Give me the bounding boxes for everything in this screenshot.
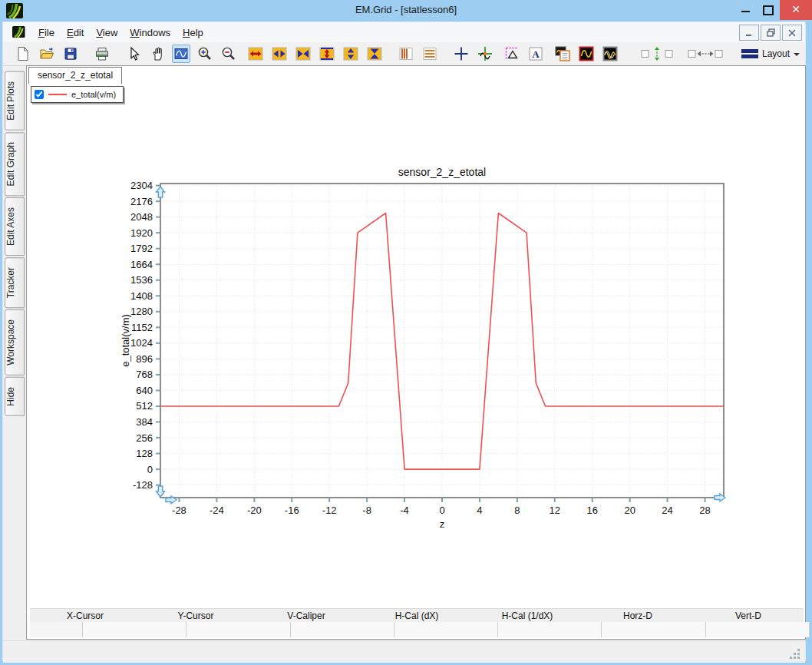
mdi-restore-button[interactable]	[761, 25, 781, 41]
y-tick-label: 1664	[130, 259, 153, 270]
vertical-markers-icon[interactable]	[397, 45, 415, 63]
readout-value-row	[30, 622, 810, 637]
menu-item-view[interactable]: View	[90, 25, 124, 41]
stretch-x-icon[interactable]	[270, 45, 289, 63]
readout-header-x-cursor: X-Cursor	[30, 610, 140, 621]
close-button[interactable]: ✕	[780, 0, 812, 20]
y-tick-label: 1408	[130, 290, 153, 302]
single-trace-icon[interactable]	[577, 45, 596, 63]
menu-item-windows[interactable]: Windows	[124, 25, 177, 41]
crosshair-icon[interactable]	[452, 45, 470, 63]
app-logo-icon-small	[12, 25, 26, 38]
title-bar: EM.Grid - [statlesson6] ✕	[0, 0, 812, 22]
zoom-out-icon[interactable]	[220, 45, 238, 63]
x-tick-label: 0	[439, 505, 444, 516]
y-tick-label: 2048	[130, 211, 153, 223]
y-tick-label: 512	[136, 400, 153, 412]
shrink-y-icon[interactable]	[365, 45, 384, 63]
y-tick-label: 2304	[130, 180, 153, 191]
mdi-close-button[interactable]	[782, 25, 802, 41]
pan-hand-icon[interactable]	[148, 45, 167, 63]
legend-line-sample	[48, 94, 67, 95]
series-line	[160, 213, 724, 470]
x-tick-label: -8	[362, 505, 371, 516]
y-axis-top-handle[interactable]	[157, 187, 165, 197]
maximize-button[interactable]	[757, 0, 780, 20]
document-tab[interactable]: sensor_2_z_etotal	[28, 67, 122, 84]
y-tick-label: 0	[147, 464, 153, 475]
y-tick-label: 256	[136, 432, 153, 444]
stretch-y-icon[interactable]	[342, 45, 360, 63]
mdi-minimize-button[interactable]	[739, 25, 759, 41]
y-tick-label: 1536	[130, 274, 153, 286]
mdi-window-controls	[739, 25, 802, 41]
x-tick-label: -20	[247, 505, 262, 516]
save-icon[interactable]	[61, 45, 80, 63]
text-label-icon[interactable]: A	[526, 45, 545, 63]
x-axis-label: z	[440, 518, 445, 530]
y-tick-label: 640	[136, 385, 153, 396]
chart-title: sensor_2_z_etotal	[398, 166, 486, 178]
minimize-button[interactable]	[734, 0, 757, 20]
sidebar-tab-edit-plots[interactable]: Edit Plots	[5, 71, 25, 131]
plot-document: sensor_2_z_etotal e_total(v/m) -28-24-20…	[26, 65, 806, 640]
x-tick-label: -4	[400, 505, 409, 516]
new-document-icon[interactable]	[14, 45, 32, 63]
legend-checkbox[interactable]	[35, 90, 44, 99]
layout-button[interactable]: Layout	[737, 47, 804, 61]
multi-trace-icon[interactable]	[601, 45, 619, 63]
expand-x-icon[interactable]	[246, 45, 265, 63]
pointer-icon[interactable]	[124, 45, 143, 63]
align-vertical-icon[interactable]	[640, 45, 674, 63]
status-bar	[3, 640, 805, 663]
window-title: EM.Grid - [statlesson6]	[0, 0, 812, 22]
y-tick-label: 1920	[130, 227, 153, 239]
x-tick-label: -12	[322, 505, 337, 516]
y-tick-label: 128	[136, 448, 153, 459]
shrink-x-icon[interactable]	[294, 45, 312, 63]
menu-item-file[interactable]: File	[32, 25, 61, 41]
readout-header-h-cal-dx-: H-Cal (dX)	[361, 610, 472, 621]
print-icon[interactable]	[93, 45, 111, 63]
sidebar-tab-workspace[interactable]: Workspace	[5, 309, 25, 376]
readout-header-h-cal-1-dx-: H-Cal (1/dX)	[472, 610, 583, 621]
x-tick-label: -24	[210, 505, 224, 516]
layout-icon	[741, 48, 758, 59]
box-zoom-icon[interactable]	[172, 45, 190, 63]
y-tick-label: 1280	[130, 306, 153, 317]
x-tick-label: 4	[477, 505, 482, 516]
readout-value-1	[186, 622, 289, 637]
readout-value-4	[497, 622, 601, 637]
menu-bar: FileEditViewWindowsHelp	[3, 22, 805, 43]
menu-items: FileEditViewWindowsHelp	[32, 22, 210, 42]
zoom-in-icon[interactable]	[196, 45, 214, 63]
chevron-down-icon	[794, 53, 800, 56]
resize-grip[interactable]	[790, 649, 800, 660]
menu-item-help[interactable]: Help	[177, 25, 210, 41]
toolbar: A Layout	[3, 42, 805, 66]
menu-item-edit[interactable]: Edit	[61, 25, 90, 41]
y-axis-bottom-handle[interactable]	[157, 486, 165, 497]
readout-value-0	[82, 622, 186, 637]
legend-label: e_total(v/m)	[71, 90, 116, 99]
sidebar-tab-hide[interactable]: Hide	[5, 377, 25, 416]
y-tick-label: 384	[136, 416, 153, 428]
sidebar-tab-edit-graph[interactable]: Edit Graph	[5, 132, 25, 196]
readout-header-vert-d: Vert-D	[693, 610, 804, 621]
tracker-icon[interactable]	[476, 45, 494, 63]
horizontal-markers-icon[interactable]	[421, 45, 439, 63]
x-tick-label: 28	[699, 505, 710, 516]
x-tick-label: -16	[285, 505, 299, 516]
y-tick-label: -128	[133, 479, 153, 491]
y-axis-label: e_total(v/m)	[120, 314, 131, 367]
sidebar-tab-tracker[interactable]: Tracker	[5, 257, 25, 308]
x-tick-label: 20	[624, 505, 635, 516]
align-horizontal-icon[interactable]	[687, 45, 724, 63]
legend-list-icon[interactable]	[553, 45, 572, 63]
open-file-icon[interactable]	[38, 45, 56, 63]
sidebar-tab-edit-axes[interactable]: Edit Axes	[5, 197, 25, 256]
x-tick-label: 12	[550, 505, 560, 516]
caliper-icon[interactable]	[503, 45, 521, 63]
side-tab-strip: Edit PlotsEdit GraphEdit AxesTrackerWork…	[3, 66, 26, 640]
expand-y-icon[interactable]	[318, 45, 336, 63]
